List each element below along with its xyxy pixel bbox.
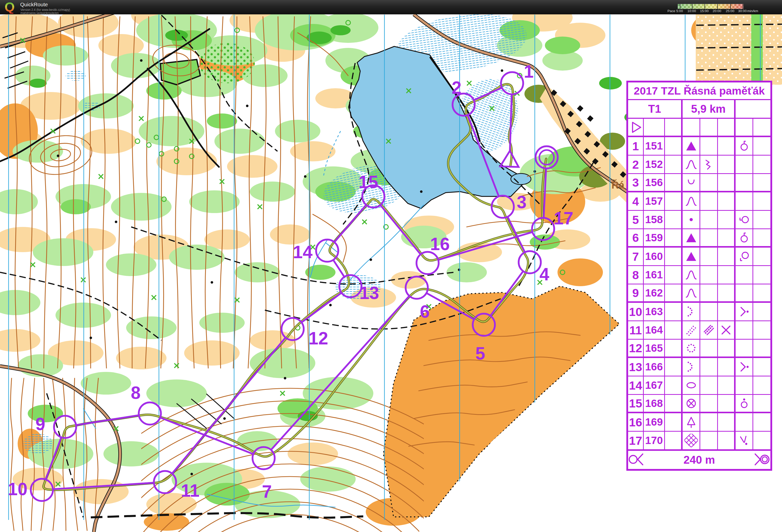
course-length: 5,9 km xyxy=(683,100,736,118)
control-rows: 1151215231564157515861597160816191621016… xyxy=(628,119,771,450)
symbol-cell-D xyxy=(683,211,700,229)
symbol-cell-G xyxy=(736,340,753,358)
control-code-cell: 170 xyxy=(644,432,665,450)
symbol-cell-H xyxy=(753,303,771,321)
symbol-cell-F xyxy=(718,413,736,432)
veg-diag-icon xyxy=(684,323,698,337)
symbol-cell-E xyxy=(700,303,718,321)
tree-icon xyxy=(684,415,698,429)
bend-dot-icon xyxy=(737,360,751,374)
symbol-cell-D xyxy=(683,321,700,340)
control-row-1: 1151 xyxy=(628,137,771,156)
symbol-cell-D xyxy=(683,156,700,174)
symbol-cell-E xyxy=(700,229,718,248)
veg-arc-icon xyxy=(684,360,698,374)
symbol-cell-C xyxy=(665,321,683,340)
symbol-cell-H xyxy=(753,358,771,376)
control-number-9: 9 xyxy=(36,414,45,434)
control-row-4: 4157 xyxy=(628,192,771,211)
symbol-cell-E xyxy=(700,137,718,156)
title-bar: Q QuickRoute Version 2.4 (for www.bestik… xyxy=(0,0,782,14)
empty-cell xyxy=(644,119,665,137)
symbol-cell-H xyxy=(753,174,771,192)
symbol-cell-H xyxy=(753,229,771,248)
control-code-cell: 164 xyxy=(644,321,665,340)
hill-icon xyxy=(684,194,698,208)
control-number-12: 12 xyxy=(309,329,328,348)
boulder-icon xyxy=(684,231,698,244)
symbol-cell-C xyxy=(665,395,683,413)
control-number-cell: 8 xyxy=(628,266,644,284)
symbol-cell-F xyxy=(718,340,736,358)
control-row-15: 15168 xyxy=(628,395,771,413)
website-text: matstroeng.se/quickroute/en xyxy=(21,11,59,15)
control-number-cell: 5 xyxy=(628,211,644,229)
symbol-cell-E xyxy=(700,211,718,229)
symbol-cell-E xyxy=(700,174,718,192)
control-number-cell: 1 xyxy=(628,137,644,156)
control-row-7: 7160 xyxy=(628,248,771,266)
symbol-cell-H xyxy=(753,432,771,450)
symbol-cell-E xyxy=(700,156,718,174)
circle-tick-top-icon xyxy=(737,231,751,244)
control-code-cell: 161 xyxy=(644,266,665,284)
control-row-8: 8161 xyxy=(628,266,771,284)
pace-gradient-bar xyxy=(678,4,744,9)
symbol-cell-E xyxy=(700,413,718,432)
finish-distance: 240 m xyxy=(648,454,751,466)
symbol-cell-F xyxy=(718,248,736,266)
symbol-cell-E xyxy=(700,248,718,266)
symbol-cell-D xyxy=(683,248,700,266)
pace-tick xyxy=(730,4,731,9)
circle-tick-top-icon xyxy=(737,139,751,153)
control-row-16: 16169 xyxy=(628,413,771,432)
symbol-cell-C xyxy=(665,303,683,321)
symbol-cell-D xyxy=(683,266,700,284)
pace-tick xyxy=(743,4,743,9)
ellipse-icon xyxy=(684,378,698,392)
empty-cell xyxy=(683,119,700,137)
symbol-cell-C xyxy=(665,413,683,432)
junction-dot-icon xyxy=(737,434,751,447)
pace-tick-label: 25:00 xyxy=(726,9,734,13)
circle-tick-left-icon xyxy=(737,213,751,226)
symbol-cell-G xyxy=(736,432,753,450)
control-row-9: 9162 xyxy=(628,284,771,303)
control-code-cell: 166 xyxy=(644,358,665,376)
gully-icon xyxy=(702,158,716,171)
version-text: Version 2.4 (for www.bestik.cz/mapy) xyxy=(21,8,70,11)
control-description-sheet: 2017 TZL Řásná paměťák T1 5,9 km 1151215… xyxy=(626,81,772,471)
symbol-cell-H xyxy=(753,156,771,174)
symbol-cell-D xyxy=(683,303,700,321)
symbol-cell-F xyxy=(718,303,736,321)
control-row-2: 2152 xyxy=(628,156,771,174)
course-title: 2017 TZL Řásná paměťák xyxy=(628,82,771,100)
symbol-cell-D xyxy=(683,395,700,413)
control-code-cell: 160 xyxy=(644,248,665,266)
symbol-cell-G xyxy=(736,137,753,156)
symbol-cell-C xyxy=(665,266,683,284)
control-number-8: 8 xyxy=(131,383,141,403)
symbol-cell-F xyxy=(718,156,736,174)
control-number-cell: 14 xyxy=(628,376,644,395)
symbol-cell-C xyxy=(665,284,683,303)
symbol-cell-H xyxy=(753,192,771,211)
control-number-13: 13 xyxy=(359,283,379,303)
control-row-11: 11164 xyxy=(628,321,771,340)
control-number-cell: 3 xyxy=(628,174,644,192)
control-number-11: 11 xyxy=(181,481,200,500)
empty-cell xyxy=(736,119,753,137)
control-row-3: 3156 xyxy=(628,174,771,192)
control-code-cell: 169 xyxy=(644,413,665,432)
symbol-cell-G xyxy=(736,266,753,284)
control-number-10: 10 xyxy=(8,479,28,499)
hill-icon xyxy=(684,268,698,281)
symbol-cell-F xyxy=(718,229,736,248)
symbol-cell-C xyxy=(665,211,683,229)
control-row-6: 6159 xyxy=(628,229,771,248)
symbol-cell-H xyxy=(753,376,771,395)
empty-cell xyxy=(700,119,718,137)
symbol-cell-E xyxy=(700,376,718,395)
symbol-cell-F xyxy=(718,174,736,192)
symbol-cell-C xyxy=(665,174,683,192)
